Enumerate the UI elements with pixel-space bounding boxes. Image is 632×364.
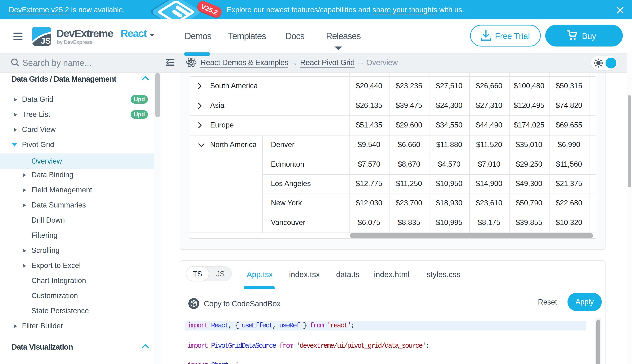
svg-text:JS: JS [41, 36, 51, 45]
